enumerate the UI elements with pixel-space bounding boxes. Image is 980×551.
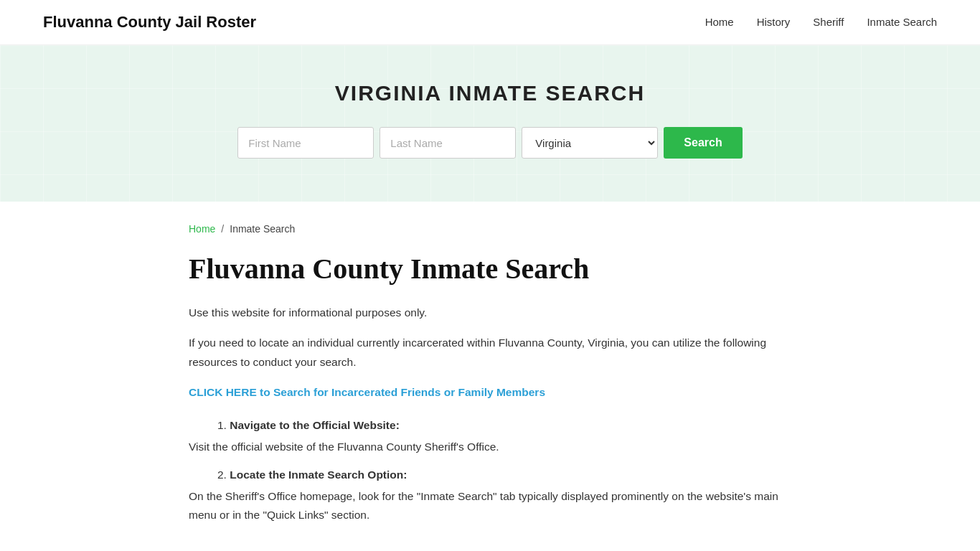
step-1-heading: 1. Navigate to the Official Website:: [217, 419, 791, 432]
first-name-input[interactable]: [237, 127, 374, 159]
page-heading: Fluvanna County Inmate Search: [189, 252, 791, 286]
nav-history[interactable]: History: [757, 16, 791, 28]
paragraph-1: Use this website for informational purpo…: [189, 303, 791, 322]
step-2-heading: 2. Locate the Inmate Search Option:: [217, 468, 791, 481]
search-button[interactable]: Search: [664, 127, 742, 159]
nav-sheriff[interactable]: Sheriff: [813, 16, 844, 28]
paragraph-2: If you need to locate an individual curr…: [189, 334, 791, 372]
nav-inmate-search[interactable]: Inmate Search: [867, 16, 937, 28]
search-link[interactable]: CLICK HERE to Search for Incarcerated Fr…: [189, 386, 545, 398]
step-2-text: On the Sheriff's Office homepage, look f…: [189, 487, 791, 525]
inmate-search-form: Virginia Alabama Alaska Arizona Arkansas…: [14, 127, 966, 159]
hero-title: VIRGINIA INMATE SEARCH: [14, 81, 966, 105]
breadcrumb-separator: /: [221, 223, 224, 235]
breadcrumb-current: Inmate Search: [230, 223, 295, 235]
site-title: Fluvanna County Jail Roster: [43, 13, 256, 32]
breadcrumb-home[interactable]: Home: [189, 223, 215, 235]
last-name-input[interactable]: [380, 127, 516, 159]
breadcrumb: Home / Inmate Search: [189, 223, 791, 235]
step-1-text: Visit the official website of the Fluvan…: [189, 438, 791, 456]
main-nav: Home History Sheriff Inmate Search: [705, 16, 937, 29]
hero-banner: VIRGINIA INMATE SEARCH Virginia Alabama …: [0, 45, 980, 202]
nav-home[interactable]: Home: [705, 16, 734, 28]
site-header: Fluvanna County Jail Roster Home History…: [0, 0, 980, 45]
state-select[interactable]: Virginia Alabama Alaska Arizona Arkansas…: [522, 127, 658, 159]
main-content: Home / Inmate Search Fluvanna County Inm…: [146, 202, 834, 551]
